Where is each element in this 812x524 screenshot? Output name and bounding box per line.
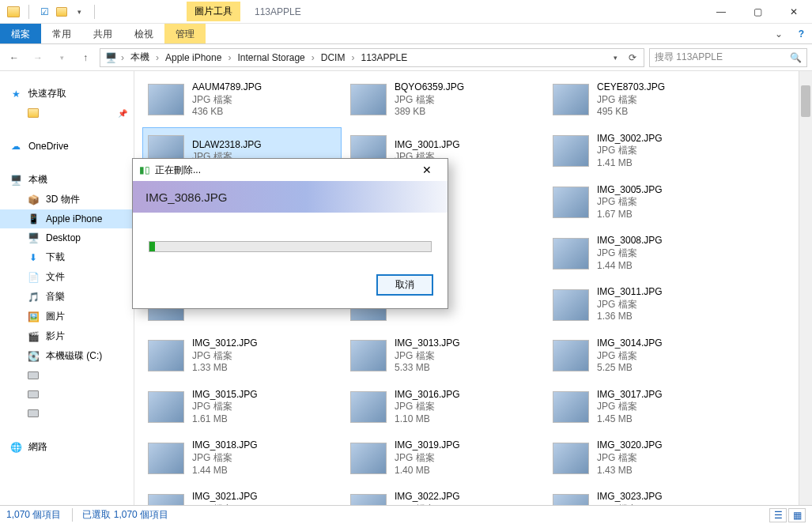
item-icon: ⬇ [27,251,40,264]
properties-icon[interactable]: ☑ [37,5,51,19]
thumbnail [350,84,387,115]
file-tile[interactable]: IMG_3016.JPG JPG 檔案 1.10 MB [345,383,544,432]
sidebar-drive[interactable] [0,385,134,404]
tab-share[interactable]: 共用 [82,24,123,43]
sidebar-item[interactable]: 📦3D 物件 [0,190,134,209]
dialog-icon: ▮▯ [139,164,150,175]
file-type: JPG 檔案 [192,94,262,107]
address-dropdown-icon[interactable]: ▾ [607,50,623,66]
thumbnail [148,340,184,371]
file-name: CEYE8703.JPG [597,81,665,94]
chevron-right-icon[interactable]: › [349,52,356,63]
sidebar-item-label: Apple iPhone [46,213,102,224]
file-tile[interactable]: IMG_3008.JPG JPG 檔案 1.44 MB [547,229,746,277]
file-size: 1.67 MB [597,209,663,221]
tab-file[interactable]: 檔案 [0,24,41,43]
sidebar-item[interactable]: ⬇下載 [0,247,134,267]
thumbnail [553,494,589,505]
close-button[interactable]: ✕ [776,0,812,24]
details-view-button[interactable]: ☰ [769,508,787,522]
sidebar-item[interactable]: 💽本機磁碟 (C:) [0,346,134,366]
scrollbar-vertical[interactable] [799,71,812,505]
sidebar-network[interactable]: 🌐 網路 [0,437,134,457]
breadcrumb[interactable]: 🖥️ › 本機 › Apple iPhone › Internal Storag… [100,48,644,67]
sidebar-item[interactable]: 🖥️Desktop [0,228,134,247]
delete-progress-dialog: ▮▯ 正在刪除... ✕ IMG_3086.JPG 取消 [132,158,448,309]
file-tile[interactable]: IMG_3019.JPG JPG 檔案 1.40 MB [345,434,544,482]
search-input[interactable]: 搜尋 113APPLE 🔍 [649,48,807,67]
sidebar-item[interactable]: 🖼️圖片 [0,307,134,326]
file-tile[interactable]: AAUM4789.JPG JPG 檔案 436 KB [142,76,342,124]
dialog-titlebar[interactable]: ▮▯ 正在刪除... ✕ [133,159,448,181]
sidebar-this-pc[interactable]: 🖥️ 本機 [0,170,134,190]
file-tile[interactable]: IMG_3015.JPG JPG 檔案 1.61 MB [142,383,342,432]
qat-dropdown-icon[interactable]: ▾ [72,5,86,19]
sidebar-drive[interactable] [0,404,134,423]
help-icon[interactable]: ? [791,24,812,43]
back-button[interactable]: ← [5,48,24,67]
new-folder-icon[interactable] [55,5,69,19]
refresh-icon[interactable]: ⟳ [625,50,640,66]
file-tile[interactable]: IMG_3011.JPG JPG 檔案 1.36 MB [547,281,746,329]
file-name: IMG_3001.JPG [395,139,460,152]
chevron-right-icon[interactable]: › [310,52,316,63]
file-size: 1.44 MB [192,465,258,477]
file-tile[interactable]: IMG_3017.JPG JPG 檔案 1.45 MB [547,383,746,432]
file-size: 1.43 MB [597,465,663,477]
breadcrumb-seg[interactable]: Apple iPhone [162,51,225,65]
file-name: IMG_3013.JPG [395,337,460,350]
file-size: 495 KB [597,106,665,119]
sidebar-item[interactable]: 📱Apple iPhone [0,209,134,228]
cancel-button[interactable]: 取消 [376,274,433,296]
tab-view[interactable]: 檢視 [123,24,164,43]
file-tile[interactable]: IMG_3014.JPG JPG 檔案 5.25 MB [547,332,746,380]
sidebar-item[interactable]: 📄文件 [0,267,134,287]
sidebar-pinned-folder[interactable]: 📌 [0,104,134,123]
file-name: IMG_3019.JPG [395,439,460,452]
file-tile[interactable]: IMG_3018.JPG JPG 檔案 1.44 MB [142,434,342,482]
tab-home[interactable]: 常用 [41,24,82,43]
thumbnail [553,84,589,115]
maximize-button[interactable]: ▢ [739,0,776,24]
file-tile[interactable]: IMG_3023.JPG JPG 檔案 1.35 MB [547,485,746,505]
chevron-right-icon[interactable]: › [119,52,126,63]
breadcrumb-seg[interactable]: Internal Storage [234,51,308,65]
file-tile[interactable]: IMG_3013.JPG JPG 檔案 5.33 MB [345,332,544,380]
sidebar-item-label: 快速存取 [28,87,66,100]
minimize-button[interactable]: — [703,0,739,24]
file-tile[interactable]: IMG_3002.JPG JPG 檔案 1.41 MB [547,127,746,175]
file-name: IMG_3008.JPG [597,235,663,247]
file-tile[interactable]: IMG_3012.JPG JPG 檔案 1.33 MB [142,332,342,380]
scrollbar-thumb[interactable] [801,85,810,117]
tab-manage[interactable]: 管理 [164,24,206,43]
forward-button[interactable]: → [28,48,47,67]
file-tile[interactable]: IMG_3020.JPG JPG 檔案 1.43 MB [547,434,746,482]
file-tile[interactable]: IMG_3005.JPG JPG 檔案 1.67 MB [547,179,746,227]
sidebar-item-label: 音樂 [46,290,65,303]
file-tile[interactable]: CEYE8703.JPG JPG 檔案 495 KB [547,76,746,124]
up-button[interactable]: ↑ [76,48,95,67]
dialog-close-button[interactable]: ✕ [413,161,441,179]
sidebar-drive[interactable] [0,366,134,385]
chevron-right-icon[interactable]: › [154,52,161,63]
ribbon-collapse-icon[interactable]: ⌄ [767,24,791,43]
recent-dropdown-icon[interactable]: ▾ [52,48,71,67]
dialog-title: 正在刪除... [155,164,201,177]
window-controls: — ▢ ✕ [703,0,812,24]
breadcrumb-seg[interactable]: 本機 [127,49,153,66]
file-tile[interactable]: IMG_3022.JPG JPG 檔案 1.41 MB [345,485,544,505]
file-tile[interactable]: IMG_3021.JPG JPG 檔案 1.38 MB [142,485,342,505]
sidebar-item[interactable]: 🎬影片 [0,326,134,346]
sidebar-item[interactable]: 🎵音樂 [0,287,134,307]
file-type: JPG 檔案 [597,299,663,311]
file-name: DLAW2318.JPG [192,139,262,152]
file-type: JPG 檔案 [192,350,258,363]
file-tile[interactable]: BQYO6359.JPG JPG 檔案 389 KB [345,76,544,124]
file-name: IMG_3014.JPG [597,337,663,350]
thumbnails-view-button[interactable]: ▦ [788,508,806,522]
sidebar-onedrive[interactable]: ☁ OneDrive [0,137,134,156]
sidebar-quick-access[interactable]: ★ 快速存取 [0,84,134,104]
chevron-right-icon[interactable]: › [226,52,232,63]
breadcrumb-seg[interactable]: DCIM [318,51,349,65]
breadcrumb-seg[interactable]: 113APPLE [357,51,410,65]
